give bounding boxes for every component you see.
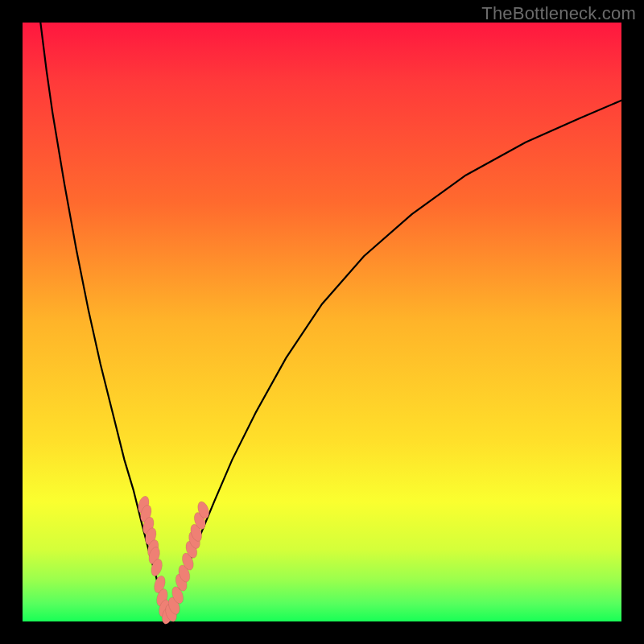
watermark-text: TheBottleneck.com bbox=[481, 3, 636, 24]
chart-stage: TheBottleneck.com bbox=[0, 0, 644, 644]
plot-area bbox=[23, 23, 621, 621]
markers-group bbox=[136, 495, 211, 625]
frame-border-bottom bbox=[0, 621, 644, 644]
chart-svg bbox=[23, 23, 621, 621]
chart-frame: TheBottleneck.com bbox=[0, 0, 644, 644]
series-right-branch bbox=[167, 101, 621, 619]
frame-border-right bbox=[621, 0, 644, 644]
series-group bbox=[40, 23, 621, 619]
frame-border-left bbox=[0, 0, 23, 644]
